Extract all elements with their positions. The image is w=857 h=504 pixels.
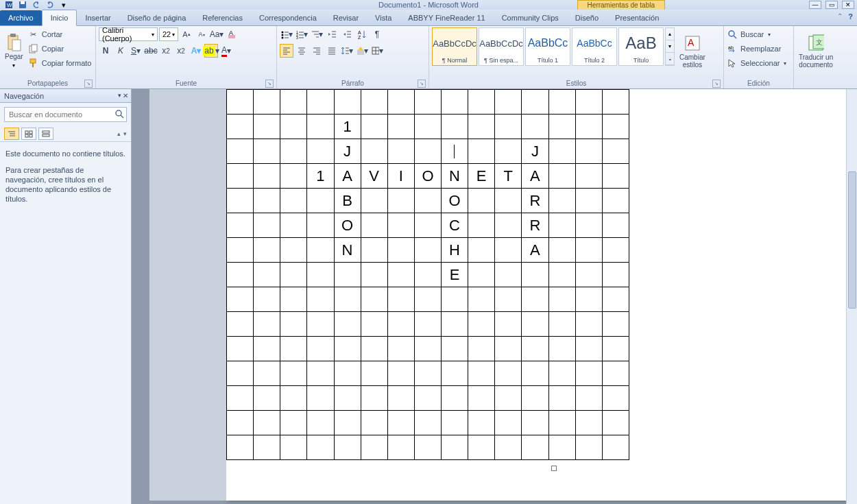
table-cell[interactable] [495, 386, 522, 411]
table-cell[interactable] [280, 139, 307, 164]
table-cell[interactable] [442, 386, 468, 411]
table-cell[interactable] [602, 386, 629, 411]
table-cell[interactable] [575, 287, 602, 312]
table-cell[interactable] [468, 90, 495, 115]
table-cell[interactable] [254, 139, 280, 164]
table-cell[interactable] [522, 435, 548, 460]
table-cell[interactable] [495, 238, 522, 263]
tab-community-clips[interactable]: Community Clips [494, 10, 567, 25]
maximize-button[interactable]: ▭ [825, 1, 838, 9]
table-cell[interactable] [468, 115, 495, 139]
table-cell[interactable] [414, 139, 441, 164]
table-cell[interactable] [307, 90, 334, 115]
table-cell[interactable] [548, 238, 575, 263]
table-resize-handle[interactable] [551, 466, 557, 471]
table-cell[interactable] [280, 435, 307, 460]
table-cell[interactable] [442, 337, 468, 361]
table-cell[interactable] [442, 411, 468, 435]
table-cell[interactable] [280, 164, 307, 189]
subscript-button[interactable]: x2 [159, 44, 173, 58]
table-cell[interactable] [387, 213, 414, 238]
table-cell[interactable] [254, 164, 280, 189]
tab-table-layout[interactable]: Presentación [607, 10, 667, 25]
font-launcher[interactable]: ↘ [265, 80, 274, 88]
table-cell[interactable] [495, 287, 522, 312]
tab-insert[interactable]: Insertar [77, 10, 119, 25]
redo-button[interactable] [44, 1, 56, 9]
navigation-search-input[interactable] [4, 107, 127, 122]
cut-button[interactable]: ✂Cortar [28, 27, 92, 41]
table-cell[interactable] [307, 312, 334, 337]
table-cell[interactable] [548, 164, 575, 189]
table-cell[interactable] [548, 411, 575, 435]
table-cell[interactable] [602, 164, 629, 189]
table-cell[interactable] [548, 361, 575, 386]
table-cell[interactable] [307, 263, 334, 287]
table-cell[interactable] [548, 189, 575, 213]
table-cell[interactable] [227, 435, 254, 460]
table-cell[interactable] [334, 263, 361, 287]
table-cell[interactable] [442, 312, 468, 337]
table-cell[interactable] [361, 90, 387, 115]
table-cell[interactable] [522, 263, 548, 287]
table-cell[interactable] [602, 312, 629, 337]
table-cell[interactable] [548, 337, 575, 361]
table-cell[interactable] [307, 115, 334, 139]
table-cell[interactable] [414, 115, 441, 139]
table-cell[interactable] [254, 312, 280, 337]
tab-references[interactable]: Referencias [194, 10, 251, 25]
align-left-button[interactable] [280, 44, 293, 58]
table-cell[interactable] [387, 435, 414, 460]
table-cell[interactable] [361, 139, 387, 164]
table-cell[interactable] [414, 263, 441, 287]
font-name-combo[interactable]: Calibri (Cuerpo)▾ [99, 27, 158, 41]
undo-button[interactable] [30, 1, 43, 9]
table-cell[interactable] [468, 213, 495, 238]
table-cell[interactable] [468, 287, 495, 312]
navigation-dropdown-icon[interactable]: ▾ [118, 92, 121, 99]
table-cell[interactable] [227, 337, 254, 361]
table-cell[interactable] [548, 213, 575, 238]
format-painter-button[interactable]: Copiar formato [28, 56, 92, 70]
decrease-indent-button[interactable] [325, 27, 339, 41]
table-cell[interactable]: A [334, 164, 361, 189]
table-cell[interactable] [227, 164, 254, 189]
table-cell[interactable] [254, 287, 280, 312]
paste-button[interactable]: Pegar ▾ [3, 27, 25, 75]
table-cell[interactable]: 1 [307, 164, 334, 189]
nav-prev-icon[interactable]: ▴ [117, 130, 121, 137]
table-cell[interactable] [361, 189, 387, 213]
table-cell[interactable] [575, 263, 602, 287]
table-cell[interactable] [414, 337, 441, 361]
table-cell[interactable] [414, 361, 441, 386]
table-cell[interactable] [548, 287, 575, 312]
table-cell[interactable]: B [334, 189, 361, 213]
crossword-table[interactable]: 1JJ1AVIONETABOROCRNHAE [226, 89, 629, 460]
grow-font-button[interactable]: A▴ [180, 27, 193, 41]
table-cell[interactable]: O [442, 189, 468, 213]
table-cell[interactable] [414, 90, 441, 115]
table-cell[interactable] [442, 287, 468, 312]
table-cell[interactable] [227, 411, 254, 435]
table-cell[interactable] [575, 361, 602, 386]
table-cell[interactable] [468, 139, 495, 164]
table-cell[interactable] [280, 386, 307, 411]
file-tab[interactable]: Archivo [0, 10, 42, 25]
table-cell[interactable]: A [522, 238, 548, 263]
table-cell[interactable] [602, 189, 629, 213]
table-cell[interactable] [575, 115, 602, 139]
table-cell[interactable] [495, 411, 522, 435]
table-cell[interactable] [307, 361, 334, 386]
table-cell[interactable] [307, 189, 334, 213]
table-cell[interactable]: R [522, 213, 548, 238]
increase-indent-button[interactable] [340, 27, 354, 41]
table-cell[interactable] [495, 337, 522, 361]
table-cell[interactable] [495, 361, 522, 386]
table-cell[interactable] [468, 337, 495, 361]
table-cell[interactable] [254, 411, 280, 435]
table-cell[interactable]: E [468, 164, 495, 189]
table-cell[interactable] [254, 435, 280, 460]
table-cell[interactable] [548, 263, 575, 287]
table-cell[interactable]: J [522, 139, 548, 164]
table-cell[interactable] [254, 115, 280, 139]
